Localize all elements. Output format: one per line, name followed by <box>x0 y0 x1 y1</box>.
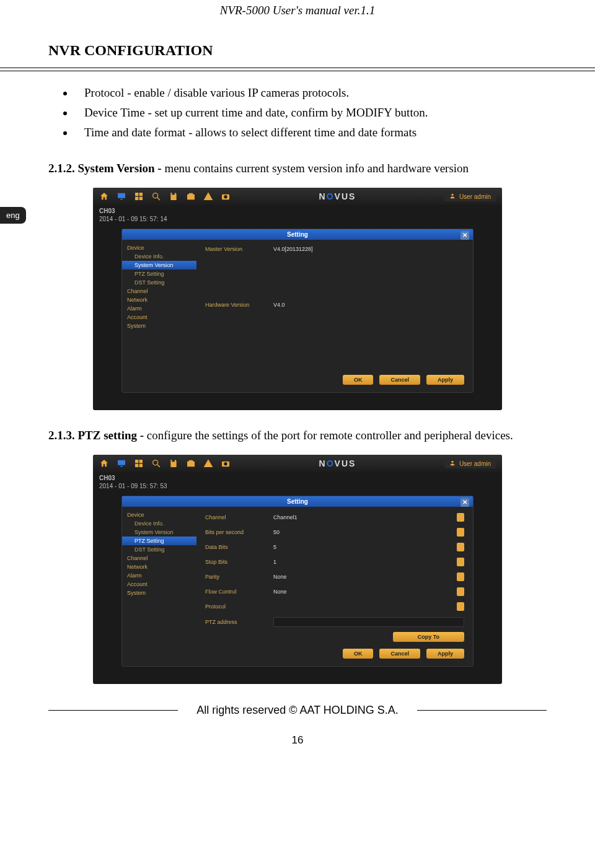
dropdown-icon[interactable] <box>457 528 464 537</box>
field-label: Data Bits <box>205 544 273 550</box>
svg-point-17 <box>153 460 158 465</box>
form-row: Flow ControlNone <box>205 587 464 596</box>
sidebar-item[interactable]: System <box>122 589 196 597</box>
language-tab[interactable]: eng <box>0 207 26 224</box>
brand-logo: NOVUS <box>319 191 356 201</box>
dropdown-icon[interactable] <box>457 513 464 522</box>
field-label: Flow Control <box>205 589 273 595</box>
svg-rect-11 <box>118 460 125 465</box>
sidebar-item[interactable]: System <box>122 322 196 330</box>
svg-rect-3 <box>139 193 143 196</box>
doc-header: NVR-5000 User's manual ver.1.1 <box>0 0 595 24</box>
sidebar-item[interactable]: Account <box>122 313 196 322</box>
ok-button[interactable]: OK <box>343 375 374 385</box>
text-input[interactable] <box>273 617 464 627</box>
field-value: V4.0[20131228] <box>273 246 313 252</box>
bullet-item: Protocol - enable / disable various IP c… <box>74 86 595 100</box>
close-icon[interactable]: ✕ <box>461 498 469 507</box>
field-value: Channel1 <box>273 514 454 520</box>
camera-icon[interactable] <box>221 191 231 201</box>
cancel-button[interactable]: Cancel <box>379 375 420 385</box>
field-value: 50 <box>273 529 454 535</box>
subheading-number: 2.1.2. System Version - <box>48 162 164 175</box>
dropdown-icon[interactable] <box>457 602 464 611</box>
alert-icon[interactable] <box>203 191 213 201</box>
app-toolbar: NOVUS User admin <box>93 455 502 472</box>
monitor-icon[interactable] <box>117 458 126 468</box>
field-value: 1 <box>273 559 454 565</box>
sidebar-item[interactable]: System Version <box>122 261 196 270</box>
monitor-icon[interactable] <box>117 191 126 201</box>
record-icon[interactable] <box>186 458 196 468</box>
svg-rect-5 <box>139 197 143 200</box>
sidebar-item[interactable]: Alarm <box>122 571 196 580</box>
svg-rect-12 <box>120 466 123 467</box>
dialog-sidebar: DeviceDevice Info.System VersionPTZ Sett… <box>122 507 196 644</box>
sidebar-item[interactable]: Device <box>122 511 196 519</box>
timestamp: 2014 - 01 - 09 15: 57: 14 <box>99 216 496 222</box>
svg-rect-15 <box>135 464 138 467</box>
camera-icon[interactable] <box>221 458 231 468</box>
section-title: NVR CONFIGURATION <box>48 42 595 59</box>
sidebar-item[interactable]: DST Setting <box>122 545 196 554</box>
sidebar-item[interactable]: Channel <box>122 287 196 296</box>
ok-button[interactable]: OK <box>343 649 374 659</box>
bullet-item: Time and date format - allows to select … <box>74 126 595 139</box>
svg-rect-2 <box>135 193 138 196</box>
save-icon[interactable] <box>169 458 178 468</box>
cancel-button[interactable]: Cancel <box>379 649 420 659</box>
sidebar-item[interactable]: Channel <box>122 554 196 563</box>
home-icon[interactable] <box>99 458 109 468</box>
form-row: Data Bits5 <box>205 543 464 551</box>
dialog-title: Setting ✕ <box>122 229 473 240</box>
record-icon[interactable] <box>186 191 196 201</box>
subheading-number: 2.1.3. PTZ setting - <box>48 429 147 442</box>
search-icon[interactable] <box>151 191 161 201</box>
app-toolbar: NOVUS User admin <box>93 188 502 205</box>
sidebar-item[interactable]: Account <box>122 580 196 589</box>
user-badge[interactable]: User admin <box>444 458 496 468</box>
home-icon[interactable] <box>99 191 109 201</box>
sidebar-item[interactable]: Alarm <box>122 304 196 313</box>
form-row: Protocol <box>205 602 464 611</box>
subheading-text: configure the settings of the port for r… <box>147 429 513 442</box>
dropdown-icon[interactable] <box>457 543 464 551</box>
copy-to-button[interactable]: Copy To <box>393 632 464 642</box>
field-value: None <box>273 589 454 595</box>
svg-line-7 <box>157 198 160 200</box>
sidebar-item[interactable]: Network <box>122 296 196 304</box>
apply-button[interactable]: Apply <box>426 375 464 385</box>
svg-point-21 <box>451 461 453 463</box>
sidebar-item[interactable]: Device Info. <box>122 519 196 528</box>
dropdown-icon[interactable] <box>457 572 464 581</box>
search-icon[interactable] <box>151 458 161 468</box>
svg-rect-1 <box>120 199 123 199</box>
user-badge[interactable]: User admin <box>444 191 496 201</box>
dialog-buttons: OK Cancel Apply <box>122 370 473 387</box>
dialog-content: ChannelChannel1Bits per second50Data Bit… <box>196 507 473 644</box>
user-icon <box>449 193 456 200</box>
svg-rect-14 <box>139 460 143 463</box>
sidebar-item[interactable]: Network <box>122 563 196 571</box>
subheading-213: 2.1.3. PTZ setting - configure the setti… <box>48 429 547 442</box>
svg-point-9 <box>224 195 227 198</box>
sidebar-item[interactable]: PTZ Setting <box>122 270 196 278</box>
bullet-item: Device Time - set up current time and da… <box>74 106 595 120</box>
sidebar-item[interactable]: Device <box>122 243 196 252</box>
user-label: User admin <box>459 460 491 467</box>
grid-icon[interactable] <box>134 191 144 201</box>
alert-icon[interactable] <box>203 458 213 468</box>
grid-icon[interactable] <box>134 458 144 468</box>
sidebar-item[interactable]: Device Info. <box>122 252 196 261</box>
sidebar-item[interactable]: System Version <box>122 528 196 537</box>
save-icon[interactable] <box>169 191 178 201</box>
apply-button[interactable]: Apply <box>426 649 464 659</box>
dropdown-icon[interactable] <box>457 587 464 596</box>
svg-rect-0 <box>118 193 125 198</box>
screenshot-system-version: NOVUS User admin CH03 2014 - 01 - 09 15:… <box>93 188 502 410</box>
close-icon[interactable]: ✕ <box>461 231 469 240</box>
form-row: ParityNone <box>205 572 464 581</box>
dropdown-icon[interactable] <box>457 558 464 566</box>
sidebar-item[interactable]: PTZ Setting <box>122 537 196 545</box>
sidebar-item[interactable]: DST Setting <box>122 278 196 287</box>
